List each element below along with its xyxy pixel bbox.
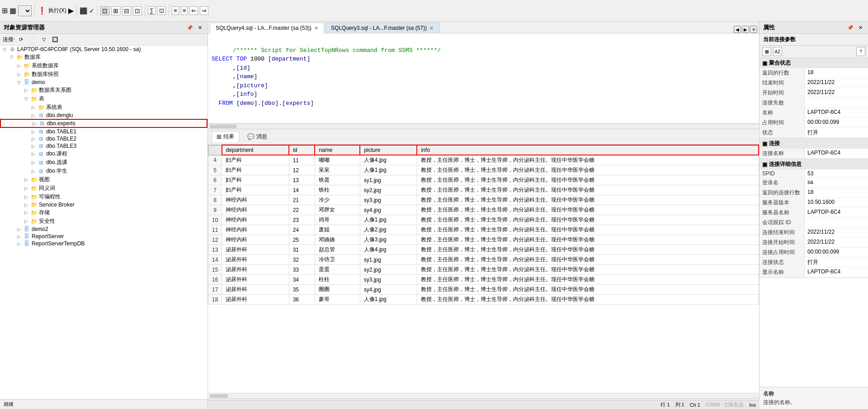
tab-scroll-right[interactable]: ▶ <box>742 26 749 33</box>
table-row[interactable]: 13泌尿外科31赵总管人像4.jpg教授，主任医师，博士，博士生导师，内分泌科主… <box>208 245 759 255</box>
tree-programmability-folder[interactable]: ▷ 📁 可编程性 <box>0 193 208 201</box>
table-row[interactable]: 7妇产科14铁柱sy2.jpg教授，主任医师，博士，博士生导师，内分泌科主任。现… <box>208 185 759 195</box>
tree-databases-folder[interactable]: ▽ 📁 数据库 <box>0 53 208 61</box>
synonyms-toggle[interactable]: ▷ <box>23 186 30 191</box>
pin-button[interactable]: 📌 <box>186 24 194 32</box>
databases-toggle[interactable]: ▽ <box>8 55 15 60</box>
prog-toggle[interactable]: ▷ <box>23 194 30 199</box>
security-toggle[interactable]: ▷ <box>23 219 30 224</box>
tree-storage-folder[interactable]: ▷ 📁 存储 <box>0 208 208 217</box>
db-snapshot-toggle[interactable]: ▷ <box>15 72 23 77</box>
xuesheng-toggle[interactable]: ▷ <box>30 169 37 174</box>
results-table-wrapper[interactable]: department id name picture info 4妇产科11嘟嘟… <box>208 145 759 393</box>
tree-denglu-table[interactable]: ▷ ⊞ dbo.denglu <box>0 112 208 119</box>
tree-reportservertempdb-db[interactable]: ▷ 🗄 ReportServerTempDB <box>0 240 208 247</box>
format-icon-2[interactable]: ≡ <box>181 6 188 15</box>
tree-db-snapshot-folder[interactable]: ▷ 📁 数据库快照 <box>0 70 208 79</box>
table-row[interactable]: 10神经内科23鸡哥人像1.jpg教授，主任医师，博士，博士生导师，内分泌科主任… <box>208 215 759 225</box>
tree-experts-table[interactable]: ▷ ⊞ dbo.experts <box>0 119 208 128</box>
demo-toggle[interactable]: ▽ <box>15 80 23 85</box>
calc-icon-2[interactable]: ⊡ <box>157 6 166 15</box>
stop-icon[interactable]: ⬛ <box>80 7 87 14</box>
tree-synonyms-folder[interactable]: ▷ 📁 同义词 <box>0 184 208 193</box>
xuanke-toggle[interactable]: ▷ <box>30 160 37 165</box>
tab-close-all[interactable]: ✕ <box>750 26 757 33</box>
tree-demo-db[interactable]: ▽ 🗄 demo <box>0 79 208 86</box>
table-row[interactable]: 9神经内科22邓胖女sy4.jpg教授，主任医师，博士，博士生导师，内分泌科主任… <box>208 205 759 215</box>
execute-button[interactable]: 执行(X) <box>48 7 66 14</box>
tree-xuanke[interactable]: ▷ ⊞ dbo.选课 <box>0 158 208 167</box>
table-row[interactable]: 12神经内科25邓嬿嬿人像3.jpg教授，主任医师，博士，博士生导师，内分泌科主… <box>208 235 759 245</box>
table-row[interactable]: 6妇产科13铁蛋sy1.jpg教授，主任医师，博士，博士生导师，内分泌科主任。现… <box>208 175 759 185</box>
summary-button[interactable]: 🔲 <box>50 35 61 44</box>
query-tab-2[interactable]: SQLQuery3.sql - LA...F.master (sa (57)) … <box>325 23 439 33</box>
results-tab-grid[interactable]: ⊞ 结果 <box>212 131 239 142</box>
tree-table2[interactable]: ▷ ⊞ dbo.TABLE2 <box>0 135 208 142</box>
storage-toggle[interactable]: ▷ <box>23 210 30 215</box>
system-db-toggle[interactable]: ▷ <box>15 63 23 68</box>
rst-toggle[interactable]: ▷ <box>15 241 23 246</box>
table-row[interactable]: 8神经内科21冷少sy3.jpg教授，主任医师，博士，博士生导师，内分泌科主任。… <box>208 195 759 205</box>
props-section-header[interactable]: ▣ 连接详细信息 <box>760 159 868 169</box>
tree-tables-folder[interactable]: ▽ 📁 表 <box>0 94 208 103</box>
sys-tables-toggle[interactable]: ▷ <box>30 105 37 110</box>
tree-security-folder[interactable]: ▷ 📁 安全性 <box>0 217 208 226</box>
tables-toggle[interactable]: ▽ <box>23 96 30 101</box>
format-icon-3[interactable]: ⇐ <box>189 6 198 15</box>
format-icon-1[interactable]: ≡ <box>172 6 179 15</box>
table-row[interactable]: 4妇产科11嘟嘟人像4.jpg教授，主任医师，博士，博士生导师，内分泌科主任。现… <box>208 155 759 165</box>
query-tab-1-close[interactable]: ✕ <box>314 25 318 31</box>
tab-scroll-left[interactable]: ◀ <box>734 26 741 33</box>
tree-kecheng[interactable]: ▷ ⊞ dbo.课程 <box>0 150 208 158</box>
toolbar-icon-run[interactable]: ▶ <box>68 6 74 15</box>
tree-service-broker-folder[interactable]: ▷ 📁 Service Broker <box>0 201 208 208</box>
format-icon-4[interactable]: ⇒ <box>200 6 208 15</box>
tree-table3[interactable]: ▷ ⊞ dbo.TABLE3 <box>0 142 208 150</box>
query-tab-2-close[interactable]: ✕ <box>429 25 434 31</box>
table2-toggle[interactable]: ▷ <box>30 136 37 141</box>
refresh-button[interactable]: ⟳ <box>17 35 25 44</box>
tree-demo2-db[interactable]: ▷ 🗄 demo2 <box>0 226 208 233</box>
tree-views-folder[interactable]: ▷ 📁 视图 <box>0 175 208 184</box>
props-categorize-btn[interactable]: ⊞ <box>762 47 771 56</box>
table1-toggle[interactable]: ▷ <box>30 129 37 134</box>
query-icon-4[interactable]: ⊡ <box>133 6 142 15</box>
query-icon-2[interactable]: ⊞ <box>111 6 120 15</box>
server-toggle[interactable]: ▽ <box>1 47 8 52</box>
tree-system-tables-folder[interactable]: ▷ 📁 系统表 <box>0 103 208 112</box>
tree-diagram-folder[interactable]: ▷ 📁 数据库关系图 <box>0 86 208 94</box>
tree-table1[interactable]: ▷ ⊞ dbo.TABLE1 <box>0 128 208 135</box>
table-row[interactable]: 11神经内科24废姐人像2.jpg教授，主任医师，博士，博士生导师，内分泌科主任… <box>208 225 759 235</box>
close-panel-button[interactable]: ✕ <box>196 24 204 32</box>
query-icon-1[interactable]: ⊡ <box>100 6 109 15</box>
editor-scrollbar[interactable] <box>208 124 759 129</box>
check-icon[interactable]: ✓ <box>89 7 94 14</box>
props-pin-button[interactable]: 📌 <box>846 24 854 32</box>
props-section-header[interactable]: ▣ 连接 <box>760 138 868 149</box>
tree-reportserver-db[interactable]: ▷ 🗄 ReportServer <box>0 233 208 240</box>
sb-toggle[interactable]: ▷ <box>23 202 30 207</box>
denglu-toggle[interactable]: ▷ <box>30 113 37 118</box>
props-section-header[interactable]: ▣ 聚合状态 <box>760 58 868 68</box>
experts-toggle[interactable]: ▷ <box>31 121 38 126</box>
tree-system-db-folder[interactable]: ▷ 📁 系统数据库 <box>0 61 208 70</box>
results-tab-messages[interactable]: 💬 消息 <box>243 132 272 142</box>
table-row[interactable]: 18泌尿外科36豪哥人像1.jpg教授，主任医师，博士，博士生导师，内分泌科主任… <box>208 295 759 305</box>
table3-toggle[interactable]: ▷ <box>30 144 37 149</box>
demo2-toggle[interactable]: ▷ <box>15 227 23 232</box>
diagram-toggle[interactable]: ▷ <box>23 88 30 93</box>
kecheng-toggle[interactable]: ▷ <box>30 151 37 156</box>
views-toggle[interactable]: ▷ <box>23 177 30 182</box>
filter-button[interactable]: ▽ <box>40 35 48 44</box>
calc-icon-1[interactable]: ∑ <box>148 6 156 15</box>
query-icon-3[interactable]: ⊟ <box>122 6 131 15</box>
props-help-btn[interactable]: ? <box>856 47 865 56</box>
database-selector[interactable]: master <box>18 5 32 16</box>
query-tab-1[interactable]: SQLQuery4.sql - LA...F.master (sa (53)) … <box>210 23 324 33</box>
tree-server-node[interactable]: ▽ 🖥 LAPTOP-6C4PCO8F (SQL Server 10.50.16… <box>0 46 208 53</box>
table-row[interactable]: 17泌尿外科35圈圈sy4.jpg教授，主任医师，博士，博士生导师，内分泌科主任… <box>208 285 759 295</box>
table-row[interactable]: 14泌尿外科32冷待卫sy1.jpg教授，主任医师，博士，博士生导师，内分泌科主… <box>208 255 759 265</box>
table-row[interactable]: 16泌尿外科34柱柱sy3.jpg教授，主任医师，博士，博士生导师，内分泌科主任… <box>208 275 759 285</box>
new-query-button[interactable]: 📄 <box>27 35 38 44</box>
query-editor[interactable]: /****** Script for SelectTopNRows comman… <box>208 33 759 124</box>
